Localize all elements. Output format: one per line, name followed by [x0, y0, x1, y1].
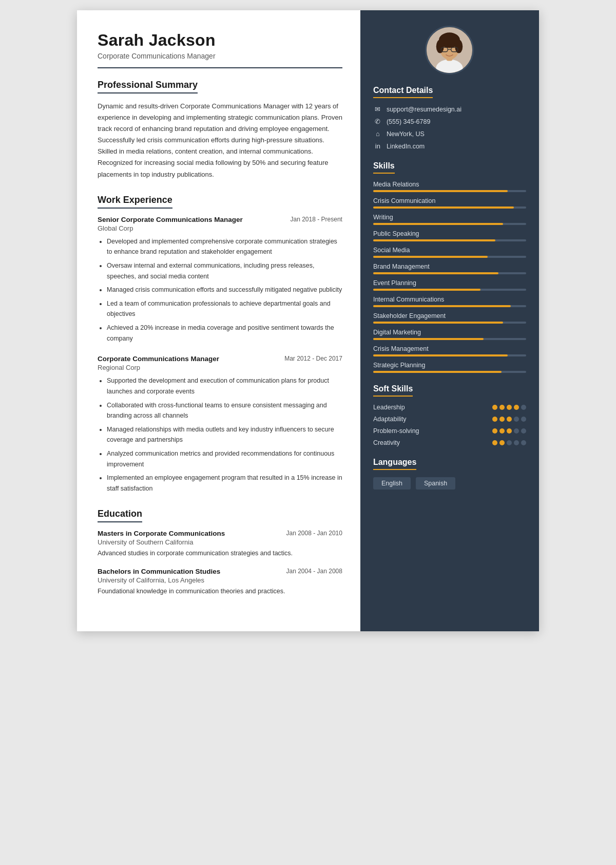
skill-item: Digital Marketing [373, 329, 526, 340]
skill-item: Internal Communications [373, 296, 526, 307]
dot [521, 428, 526, 434]
skill-item: Public Speaking [373, 230, 526, 241]
skill-name: Crisis Management [373, 345, 526, 352]
dot [521, 405, 526, 410]
skill-item: Crisis Management [373, 345, 526, 356]
edu-entry: Masters in Corporate Communications Jan … [98, 530, 342, 558]
skill-item: Event Planning [373, 279, 526, 291]
skill-name: Brand Management [373, 263, 526, 270]
job-entry: Corporate Communications Manager Mar 201… [98, 355, 342, 494]
skill-bar [373, 272, 526, 274]
summary-heading: Professional Summary [98, 80, 198, 93]
contact-icon: ✆ [373, 118, 382, 125]
contact-item: inLinkedIn.com [373, 142, 526, 150]
skill-item: Writing [373, 214, 526, 225]
summary-text: Dynamic and results-driven Corporate Com… [98, 101, 342, 180]
dots [492, 417, 526, 422]
soft-skill-name: Problem-solving [373, 427, 419, 435]
skill-bar [373, 190, 526, 192]
lang-container: EnglishSpanish [373, 477, 526, 490]
skill-fill [373, 354, 508, 356]
dot [499, 405, 505, 410]
education-section: Education Masters in Corporate Communica… [98, 509, 342, 596]
skill-fill [373, 338, 484, 340]
contact-section: Contact Details ✉support@resumedesign.ai… [373, 86, 526, 150]
skill-name: Event Planning [373, 279, 526, 287]
contact-text: (555) 345-6789 [387, 118, 430, 125]
contact-icon: in [373, 142, 382, 150]
list-item: Oversaw internal and external communicat… [107, 260, 342, 281]
list-item: Developed and implemented comprehensive … [107, 236, 342, 257]
skill-bar [373, 239, 526, 241]
contact-text: LinkedIn.com [387, 143, 425, 150]
skill-bar [373, 256, 526, 258]
list-item: Achieved a 20% increase in media coverag… [107, 323, 342, 344]
list-item: Managed relationships with media outlets… [107, 424, 342, 445]
dots [492, 440, 526, 445]
skill-bar [373, 371, 526, 373]
language-tag: English [373, 477, 411, 490]
skill-item: Crisis Communication [373, 197, 526, 209]
skill-bar [373, 322, 526, 324]
education-heading: Education [98, 509, 142, 522]
skill-fill [373, 206, 514, 209]
dot [499, 440, 505, 445]
job-title: Corporate Communications Manager [98, 52, 342, 60]
dot [499, 428, 505, 434]
edu-degree: Masters in Corporate Communications [98, 530, 225, 537]
soft-skill-item: Problem-solving [373, 427, 526, 435]
jobs-container: Senior Corporate Communications Manager … [98, 216, 342, 494]
dot [492, 417, 497, 422]
soft-skill-name: Adaptability [373, 416, 407, 423]
skill-name: Public Speaking [373, 230, 526, 237]
soft-skill-item: Adaptability [373, 416, 526, 423]
skill-name: Writing [373, 214, 526, 221]
soft-skills-section: Soft Skills LeadershipAdaptabilityProble… [373, 384, 526, 446]
soft-skill-item: Creativity [373, 439, 526, 446]
list-item: Implemented an employee engagement progr… [107, 473, 342, 494]
list-item: Supported the development and execution … [107, 375, 342, 397]
soft-skill-name: Creativity [373, 439, 400, 446]
skill-item: Stakeholder Engagement [373, 312, 526, 324]
dot [514, 440, 519, 445]
work-experience-section: Work Experience Senior Corporate Communi… [98, 195, 342, 494]
edu-container: Masters in Corporate Communications Jan … [98, 530, 342, 596]
skill-bar [373, 338, 526, 340]
header-divider [98, 67, 342, 68]
dot [521, 417, 526, 422]
avatar [425, 26, 474, 74]
job-title-text: Senior Corporate Communications Manager [98, 216, 243, 223]
job-company: Regional Corp [98, 364, 342, 371]
job-date: Jan 2018 - Present [291, 216, 342, 223]
edu-desc: Foundational knowledge in communication … [98, 586, 342, 596]
name-block: Sarah Jackson Corporate Communications M… [98, 31, 342, 60]
skill-bar [373, 289, 526, 291]
dot [492, 405, 497, 410]
dot [514, 417, 519, 422]
dots [492, 405, 526, 410]
edu-entry: Bachelors in Communication Studies Jan 2… [98, 568, 342, 596]
dot [507, 417, 512, 422]
contact-item: ✆(555) 345-6789 [373, 118, 526, 125]
skill-name: Strategic Planning [373, 362, 526, 369]
dot [514, 428, 519, 434]
skill-name: Crisis Communication [373, 197, 526, 204]
job-title-text: Corporate Communications Manager [98, 355, 219, 363]
language-tag: Spanish [416, 477, 455, 490]
dot [499, 417, 505, 422]
skill-name: Stakeholder Engagement [373, 312, 526, 319]
list-item: Collaborated with cross-functional teams… [107, 400, 342, 421]
work-experience-heading: Work Experience [98, 195, 172, 209]
left-column: Sarah Jackson Corporate Communications M… [77, 10, 360, 631]
contact-item: ✉support@resumedesign.ai [373, 105, 526, 113]
job-date: Mar 2012 - Dec 2017 [284, 355, 342, 362]
dot [514, 405, 519, 410]
skill-fill [373, 190, 508, 192]
soft-skill-item: Leadership [373, 404, 526, 411]
list-item: Analyzed communication metrics and provi… [107, 448, 342, 469]
skill-fill [373, 256, 488, 258]
skill-fill [373, 223, 503, 225]
job-company: Global Corp [98, 224, 342, 232]
dot [507, 428, 512, 434]
avatar-container [373, 26, 526, 74]
